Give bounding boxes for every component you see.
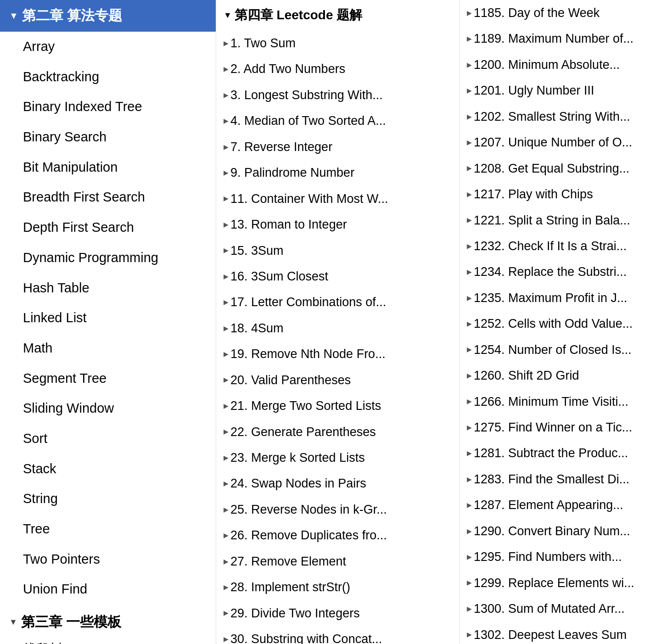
col3-item-label-10: 1234. Replace the Substri...: [474, 263, 627, 280]
col3-item-5[interactable]: ▶1207. Unique Number of O...: [459, 129, 661, 155]
col3-item-16[interactable]: ▶1275. Find Winner on a Tic...: [459, 414, 661, 440]
col3-item-12[interactable]: ▶1252. Cells with Odd Value...: [459, 311, 661, 336]
col3-item-15[interactable]: ▶1266. Minimum Time Visiti...: [459, 389, 661, 414]
col2-item-triangle-icon-7: ▶: [224, 220, 229, 229]
col2-item-triangle-icon-18: ▶: [224, 505, 229, 514]
col2-item-14[interactable]: ▶21. Merge Two Sorted Lists: [216, 393, 459, 419]
col2-item-1[interactable]: ▶2. Add Two Numbers: [216, 56, 459, 82]
col2-item-16[interactable]: ▶23. Merge k Sorted Lists: [216, 445, 459, 470]
col2-item-9[interactable]: ▶16. 3Sum Closest: [216, 263, 459, 289]
col2-item-7[interactable]: ▶13. Roman to Integer: [216, 212, 459, 237]
col3-item-13[interactable]: ▶1254. Number of Closed Is...: [459, 337, 661, 363]
col3-item-triangle-icon-2: ▶: [467, 61, 472, 69]
col2-item-21[interactable]: ▶28. Implement strStr(): [216, 574, 459, 600]
col2-item-triangle-icon-15: ▶: [224, 427, 229, 436]
col1-item-13[interactable]: Sort: [0, 424, 216, 454]
col3-item-22[interactable]: ▶1299. Replace Elements wi...: [459, 570, 661, 596]
col2-chapter4-title: 第四章 Leetcode 题解: [235, 6, 362, 24]
col3-item-14[interactable]: ▶1260. Shift 2D Grid: [459, 363, 661, 388]
col1-item-3[interactable]: Binary Search: [0, 122, 216, 152]
col3-item-20[interactable]: ▶1290. Convert Binary Num...: [459, 518, 661, 544]
col2-item-label-4: 7. Reverse Integer: [230, 139, 332, 155]
col2-item-22[interactable]: ▶29. Divide Two Integers: [216, 600, 459, 626]
col1-item-2[interactable]: Binary Indexed Tree: [0, 92, 216, 122]
col1-item-8[interactable]: Hash Table: [0, 273, 216, 303]
col3-item-24[interactable]: ▶1302. Deepest Leaves Sum: [459, 622, 661, 644]
col2-item-5[interactable]: ▶9. Palindrome Number: [216, 160, 459, 185]
col1-item-12[interactable]: Sliding Window: [0, 393, 216, 424]
col3-item-23[interactable]: ▶1300. Sum of Mutated Arr...: [459, 596, 661, 622]
col3-item-label-8: 1221. Split a String in Bala...: [474, 212, 630, 229]
col1-chapter3-header[interactable]: ▼ 第三章 一些模板: [0, 605, 216, 636]
col3-item-label-2: 1200. Minimum Absolute...: [474, 56, 620, 73]
col1-item-4[interactable]: Bit Manipulation: [0, 152, 216, 183]
col3-item-triangle-icon-20: ▶: [467, 527, 472, 536]
col3-item-triangle-icon-15: ▶: [467, 397, 472, 406]
col3-item-18[interactable]: ▶1283. Find the Smallest Di...: [459, 466, 661, 492]
col2-chapter4-header[interactable]: ▼ 第四章 Leetcode 题解: [216, 0, 459, 30]
col2-item-label-9: 16. 3Sum Closest: [230, 268, 328, 285]
col1-sub-item-0[interactable]: 线段树 Segment Tree: [0, 636, 216, 644]
col1-item-15[interactable]: String: [0, 484, 216, 514]
col2-item-3[interactable]: ▶4. Median of Two Sorted A...: [216, 108, 459, 134]
col3-item-19[interactable]: ▶1287. Element Appearing...: [459, 492, 661, 518]
col3-item-21[interactable]: ▶1295. Find Numbers with...: [459, 544, 661, 570]
col3-item-8[interactable]: ▶1221. Split a String in Bala...: [459, 207, 661, 233]
col2-item-19[interactable]: ▶26. Remove Duplicates fro...: [216, 522, 459, 548]
col3-item-4[interactable]: ▶1202. Smallest String With...: [459, 104, 661, 129]
col1-chapter3-title: 第三章 一些模板: [21, 613, 121, 632]
col1-item-14[interactable]: Stack: [0, 454, 216, 484]
col2-item-8[interactable]: ▶15. 3Sum: [216, 238, 459, 263]
col2-item-10[interactable]: ▶17. Letter Combinations of...: [216, 289, 459, 315]
col2-item-triangle-icon-2: ▶: [224, 91, 229, 100]
col3-item-3[interactable]: ▶1201. Ugly Number III: [459, 78, 661, 103]
col3-item-17[interactable]: ▶1281. Subtract the Produc...: [459, 440, 661, 466]
col2-item-18[interactable]: ▶25. Reverse Nodes in k-Gr...: [216, 497, 459, 522]
col3-item-10[interactable]: ▶1234. Replace the Substri...: [459, 259, 661, 285]
col2-item-12[interactable]: ▶19. Remove Nth Node Fro...: [216, 341, 459, 367]
col1-item-16[interactable]: Tree: [0, 514, 216, 544]
col2-item-label-3: 4. Median of Two Sorted A...: [230, 112, 386, 129]
col2-item-0[interactable]: ▶1. Two Sum: [216, 30, 459, 56]
col2-item-17[interactable]: ▶24. Swap Nodes in Pairs: [216, 470, 459, 496]
col2-item-2[interactable]: ▶3. Longest Substring With...: [216, 82, 459, 108]
col2-item-triangle-icon-23: ▶: [224, 635, 229, 644]
col3-item-7[interactable]: ▶1217. Play with Chips: [459, 181, 661, 207]
col3-item-triangle-icon-21: ▶: [467, 553, 472, 561]
col3-item-triangle-icon-9: ▶: [467, 242, 472, 251]
col2-item-label-2: 3. Longest Substring With...: [230, 87, 383, 103]
col2-item-6[interactable]: ▶11. Container With Most W...: [216, 186, 459, 212]
col1-item-7[interactable]: Dynamic Programming: [0, 243, 216, 273]
col3-item-label-3: 1201. Ugly Number III: [474, 82, 594, 99]
col1-item-18[interactable]: Union Find: [0, 574, 216, 605]
col1-item-1[interactable]: Backtracking: [0, 62, 216, 92]
col1-item-17[interactable]: Two Pointers: [0, 544, 216, 575]
col3-item-label-18: 1283. Find the Smallest Di...: [474, 471, 629, 487]
col1-chapter2-header[interactable]: ▼ 第二章 算法专题: [0, 0, 216, 32]
col3-item-triangle-icon-10: ▶: [467, 268, 472, 276]
col3-item-label-22: 1299. Replace Elements wi...: [474, 575, 634, 591]
main-container: ▼ 第二章 算法专题 ArrayBacktrackingBinary Index…: [0, 0, 661, 644]
col1-item-11[interactable]: Segment Tree: [0, 364, 216, 394]
col1-item-0[interactable]: Array: [0, 32, 216, 62]
col3-item-6[interactable]: ▶1208. Get Equal Substring...: [459, 156, 661, 181]
col2-item-13[interactable]: ▶20. Valid Parentheses: [216, 367, 459, 393]
col2-middle: ▼ 第四章 Leetcode 题解 ▶1. Two Sum▶2. Add Two…: [216, 0, 459, 644]
col3-item-label-20: 1290. Convert Binary Num...: [474, 523, 630, 539]
col3-item-2[interactable]: ▶1200. Minimum Absolute...: [459, 52, 661, 78]
col2-item-15[interactable]: ▶22. Generate Parentheses: [216, 419, 459, 445]
col1-item-9[interactable]: Linked List: [0, 303, 216, 333]
col1-item-10[interactable]: Math: [0, 333, 216, 364]
col3-item-1[interactable]: ▶1189. Maximum Number of...: [459, 26, 661, 51]
col1-item-6[interactable]: Depth First Search: [0, 213, 216, 243]
col3-item-11[interactable]: ▶1235. Maximum Profit in J...: [459, 285, 661, 311]
col2-item-label-8: 15. 3Sum: [230, 242, 284, 259]
col2-item-20[interactable]: ▶27. Remove Element: [216, 549, 459, 574]
col2-item-11[interactable]: ▶18. 4Sum: [216, 315, 459, 341]
col3-item-9[interactable]: ▶1232. Check If It Is a Strai...: [459, 233, 661, 259]
col2-triangle-icon: ▼: [224, 11, 232, 20]
col2-item-23[interactable]: ▶30. Substring with Concat...: [216, 626, 459, 644]
col2-item-4[interactable]: ▶7. Reverse Integer: [216, 134, 459, 160]
col1-item-5[interactable]: Breadth First Search: [0, 182, 216, 213]
col3-item-0[interactable]: ▶1185. Day of the Week: [459, 0, 661, 26]
